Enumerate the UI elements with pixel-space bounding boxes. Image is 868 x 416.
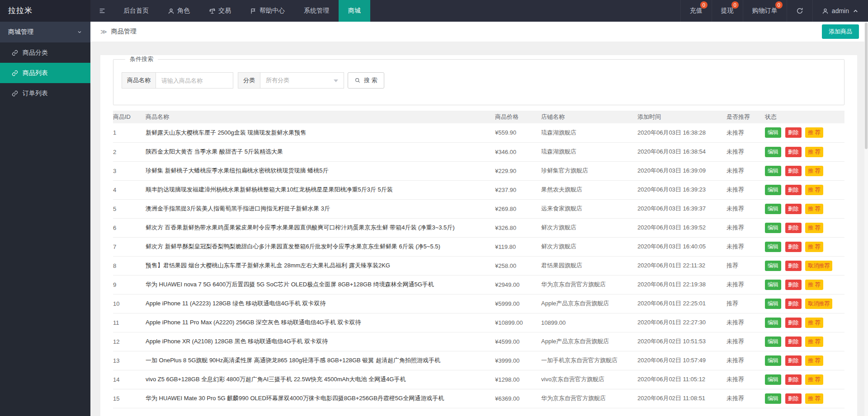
link-icon <box>12 50 18 56</box>
edit-button[interactable]: 编辑 <box>765 393 781 404</box>
nav-menu-item[interactable]: 交易 <box>199 0 241 22</box>
store-name-cell: vivo京东自营官方旗舰店 <box>541 370 637 389</box>
delete-button[interactable]: 删除 <box>785 280 802 290</box>
category-select[interactable]: 所有分类 <box>260 72 344 89</box>
recommend-button[interactable]: 推 荐 <box>805 242 823 252</box>
edit-button[interactable]: 编辑 <box>765 261 781 271</box>
refresh-button[interactable] <box>787 0 812 22</box>
delete-button[interactable]: 删除 <box>785 147 802 157</box>
user-menu[interactable]: admin <box>812 0 868 22</box>
delete-button[interactable]: 删除 <box>785 166 802 176</box>
add-product-button[interactable]: 添加商品 <box>822 24 859 39</box>
delete-button[interactable]: 删除 <box>785 393 802 404</box>
edit-button[interactable]: 编辑 <box>765 337 781 347</box>
actions-cell: 编辑 删除 推 荐 <box>765 237 844 256</box>
sidebar-menu-item[interactable]: 商品列表 <box>0 63 90 83</box>
edit-button[interactable]: 编辑 <box>765 147 781 157</box>
recommend-button[interactable]: 推 荐 <box>805 166 823 176</box>
edit-button[interactable]: 编辑 <box>765 242 781 252</box>
recommend-status-cell: 推荐 <box>726 294 765 313</box>
recommend-button[interactable]: 推 荐 <box>805 393 823 404</box>
nav-item-icon <box>168 8 175 14</box>
edit-button[interactable]: 编辑 <box>765 185 781 195</box>
nav-counter-item[interactable]: 0 购物订单 <box>743 0 787 22</box>
product-price-cell: ¥229.90 <box>495 161 541 180</box>
recommend-button[interactable]: 推 荐 <box>805 127 823 138</box>
product-name-cell: 鲜次方 百香果新鲜热带水果鸡蛋果紫皮果时令应季水果果园直供酸爽可口榨汁鸡蛋果京东… <box>146 218 495 237</box>
scrollbar-thumb[interactable] <box>865 23 868 149</box>
product-name-cell: 一加 OnePlus 8 5G旗舰 90Hz高清柔性屏 高通骁龙865 180g… <box>146 351 495 370</box>
count-badge: 0 <box>731 1 739 9</box>
nav-menu-item[interactable]: 商城 <box>339 0 370 22</box>
store-name-cell: Apple产品京东自营旗舰店 <box>541 294 637 313</box>
table-row: 13 一加 OnePlus 8 5G旗舰 90Hz高清柔性屏 高通骁龙865 1… <box>113 351 844 370</box>
delete-button[interactable]: 删除 <box>785 374 802 385</box>
actions-cell: 编辑 删除 推 荐 <box>765 275 844 294</box>
top-navbar: 拉拉米 后台首页 角色 交易 帮助中心 <box>0 0 868 22</box>
recommend-button[interactable]: 推 荐 <box>805 147 823 157</box>
product-price-cell: ¥2949.00 <box>495 275 541 294</box>
nav-counter-item[interactable]: 0 提现 <box>712 0 743 22</box>
delete-button[interactable]: 删除 <box>785 299 802 309</box>
recommend-status-cell: 未推荐 <box>726 180 765 199</box>
table-row: 5 澳洲金手指黑提3斤装美人指葡萄黑手指进口拇指无籽提子新鲜水果 3斤 ¥269… <box>113 199 844 218</box>
store-name-cell: 远来食家旗舰店 <box>541 199 637 218</box>
created-time-cell: 2020年06月02日 10:51:53 <box>637 332 726 351</box>
product-name-input[interactable] <box>156 72 233 89</box>
product-id-cell: 11 <box>113 313 146 332</box>
recommend-status-cell: 未推荐 <box>726 161 765 180</box>
actions-cell: 编辑 删除 推 荐 <box>765 199 844 218</box>
recommend-button[interactable]: 推 荐 <box>805 280 823 290</box>
cancel-recommend-button[interactable]: 取消推荐 <box>805 299 832 309</box>
sidebar-menu-item[interactable]: 订单列表 <box>0 83 90 103</box>
recommend-button[interactable]: 推 荐 <box>805 185 823 195</box>
actions-cell: 编辑 删除 推 荐 <box>765 180 844 199</box>
recommend-button[interactable]: 推 荐 <box>805 223 823 233</box>
recommend-button[interactable]: 推 荐 <box>805 374 823 385</box>
delete-button[interactable]: 删除 <box>785 127 802 138</box>
recommend-button[interactable]: 推 荐 <box>805 204 823 214</box>
delete-button[interactable]: 删除 <box>785 223 802 233</box>
search-button[interactable]: 搜 索 <box>348 72 384 89</box>
page-scrollbar[interactable] <box>864 22 868 416</box>
sidebar-section-mall-management[interactable]: 商城管理 <box>0 22 90 42</box>
edit-button[interactable]: 编辑 <box>765 166 781 176</box>
recommend-button[interactable]: 推 荐 <box>805 355 823 366</box>
delete-button[interactable]: 删除 <box>785 355 802 366</box>
recommend-button[interactable]: 推 荐 <box>805 337 823 347</box>
product-name-cell: 顺丰韵达现摘现发福建漳州杨桃水果新鲜杨桃整箱大果10红龙杨桃星星果阳桃净重5斤3… <box>146 180 495 199</box>
delete-button[interactable]: 删除 <box>785 261 802 271</box>
product-price-cell: ¥269.80 <box>495 199 541 218</box>
recommend-status-cell: 未推荐 <box>726 370 765 389</box>
chevron-up-icon <box>852 8 859 14</box>
sidebar-toggle-icon[interactable] <box>90 0 114 22</box>
edit-button[interactable]: 编辑 <box>765 127 781 138</box>
nav-menu-item[interactable]: 后台首页 <box>114 0 158 22</box>
nav-menu-item[interactable]: 帮助中心 <box>241 0 294 22</box>
edit-button[interactable]: 编辑 <box>765 355 781 366</box>
nav-menu-item[interactable]: 系统管理 <box>294 0 339 22</box>
navbar-right: 0 充值 0 提现 0 购物订单 admin <box>680 0 868 22</box>
edit-button[interactable]: 编辑 <box>765 223 781 233</box>
delete-button[interactable]: 删除 <box>785 204 802 214</box>
delete-button[interactable]: 删除 <box>785 242 802 252</box>
product-id-cell: 1 <box>113 123 146 142</box>
edit-button[interactable]: 编辑 <box>765 318 781 328</box>
recommend-button[interactable]: 推 荐 <box>805 318 823 328</box>
delete-button[interactable]: 删除 <box>785 318 802 328</box>
nav-menu-item[interactable]: 角色 <box>158 0 199 22</box>
edit-button[interactable]: 编辑 <box>765 280 781 290</box>
product-price-cell: ¥4599.00 <box>495 332 541 351</box>
recommend-status-cell: 未推荐 <box>726 389 765 408</box>
delete-button[interactable]: 删除 <box>785 337 802 347</box>
cancel-recommend-button[interactable]: 取消推荐 <box>805 261 832 271</box>
category-group: 分类 所有分类 <box>238 72 344 89</box>
nav-counter-item[interactable]: 0 充值 <box>680 0 712 22</box>
edit-button[interactable]: 编辑 <box>765 374 781 385</box>
sidebar-menu-item[interactable]: 商品分类 <box>0 42 90 63</box>
edit-button[interactable]: 编辑 <box>765 299 781 309</box>
nav-item-icon <box>209 8 216 14</box>
breadcrumb-bar: ≫ 商品管理 添加商品 <box>90 22 868 42</box>
edit-button[interactable]: 编辑 <box>765 204 781 214</box>
delete-button[interactable]: 删除 <box>785 185 802 195</box>
